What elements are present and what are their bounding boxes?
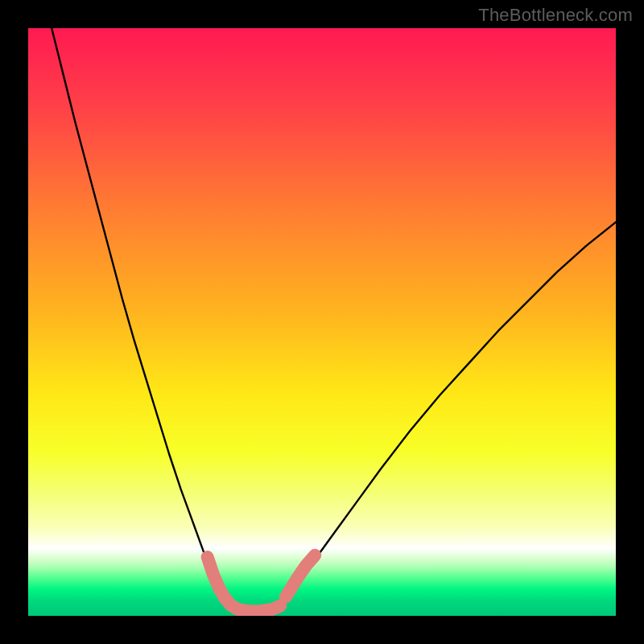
series-right-marker-band [286, 555, 316, 597]
series-left-curve [52, 28, 231, 607]
watermark-text: TheBottleneck.com [478, 5, 633, 26]
plot-area [28, 28, 616, 616]
series-right-curve [281, 222, 616, 605]
chart-frame: TheBottleneck.com [0, 0, 644, 644]
curves-layer [28, 28, 616, 616]
series-left-marker-band [208, 557, 281, 611]
